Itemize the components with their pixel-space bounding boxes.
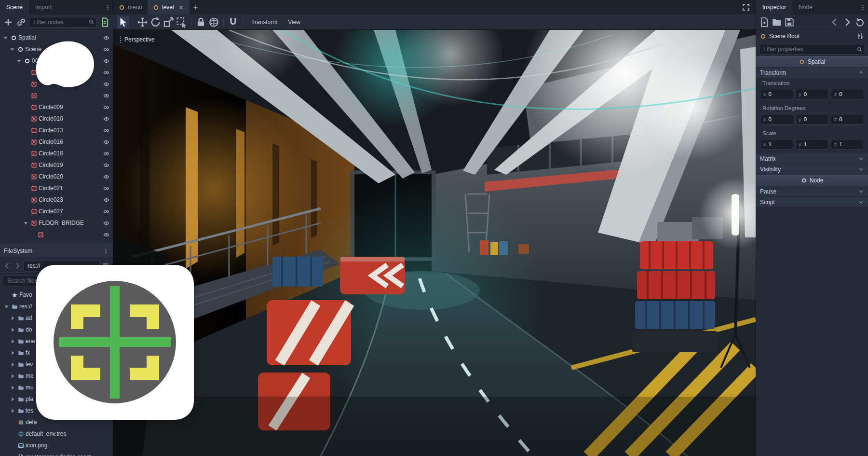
filter-nodes-input[interactable]: [29, 17, 97, 28]
rotate-tool-icon[interactable]: [149, 16, 162, 28]
expander-icon[interactable]: [9, 396, 16, 403]
fs-display-mode-icon[interactable]: [101, 262, 110, 270]
filesystem-item[interactable]: ad: [0, 312, 113, 324]
scene-tree[interactable]: SpatialScene00Circle009Circle010Circle01…: [0, 30, 113, 244]
scene-tree-item[interactable]: Scene: [0, 43, 113, 55]
translation-z-field[interactable]: z 0: [831, 89, 864, 99]
expander-icon[interactable]: [9, 349, 16, 357]
filesystem-header[interactable]: FileSystem: [0, 244, 113, 258]
visibility-eye-icon[interactable]: [103, 81, 109, 87]
section-script[interactable]: Script: [756, 197, 868, 207]
scale-x-field[interactable]: x 1: [760, 139, 793, 150]
expander-icon[interactable]: [9, 384, 16, 391]
node-tools-icon[interactable]: [856, 32, 864, 40]
visibility-eye-icon[interactable]: [103, 46, 109, 53]
scene-tab-menu[interactable]: menu: [113, 0, 148, 14]
view-menu[interactable]: View: [283, 16, 305, 28]
object-history-icon[interactable]: [854, 17, 865, 28]
visibility-eye-icon[interactable]: [103, 208, 109, 215]
scene-tree-item[interactable]: [0, 90, 113, 101]
fs-back-icon[interactable]: [3, 262, 12, 270]
visibility-eye-icon[interactable]: [103, 232, 109, 238]
filesystem-item[interactable]: reactorcorecylinder_react: [0, 451, 113, 456]
scene-tree-item[interactable]: 00: [0, 55, 113, 67]
instance-scene-button[interactable]: [16, 17, 27, 28]
visibility-eye-icon[interactable]: [103, 35, 109, 41]
group-node-icon[interactable]: [208, 16, 220, 28]
viewport-3d[interactable]: Perspective: [113, 30, 756, 456]
section-pause[interactable]: Pause: [756, 186, 868, 197]
filesystem-item[interactable]: Favo: [0, 289, 113, 301]
filesystem-item[interactable]: ene: [0, 335, 113, 347]
scene-tree-item[interactable]: Circle016: [0, 136, 113, 148]
scene-tree-item[interactable]: [0, 229, 113, 240]
scene-tree-item[interactable]: Circle010: [0, 113, 113, 124]
rotation-y-field[interactable]: y 0: [795, 114, 828, 124]
scale-z-field[interactable]: z 1: [831, 139, 864, 150]
scene-tree-item[interactable]: [0, 78, 113, 90]
scene-tree-item[interactable]: FLOOR_BRIDGE: [0, 217, 113, 229]
close-tab-icon[interactable]: [178, 4, 184, 11]
select-tool-icon[interactable]: [117, 16, 129, 28]
visibility-eye-icon[interactable]: [103, 185, 109, 192]
filesystem-item[interactable]: mu: [0, 382, 113, 393]
fs-forward-icon[interactable]: [13, 262, 22, 270]
attach-script-icon[interactable]: [99, 17, 110, 28]
tab-import[interactable]: Import: [29, 0, 58, 14]
distraction-free-mode-icon[interactable]: [742, 3, 750, 11]
new-resource-icon[interactable]: [759, 17, 770, 28]
inspector-menu-icon[interactable]: [860, 4, 866, 11]
section-visibility[interactable]: Visibility: [756, 164, 868, 175]
scene-tree-item[interactable]: Circle013: [0, 124, 113, 136]
filesystem-item[interactable]: lev: [0, 359, 113, 370]
expander-icon[interactable]: [9, 46, 16, 53]
fs-path-field[interactable]: res://: [23, 261, 100, 271]
lock-node-icon[interactable]: [195, 16, 207, 28]
filesystem-item[interactable]: me: [0, 370, 113, 382]
expander-icon[interactable]: [9, 361, 16, 368]
rotation-z-field[interactable]: z 0: [831, 114, 864, 124]
scene-tree-item[interactable]: [0, 67, 113, 78]
list-select-tool-icon[interactable]: [176, 16, 188, 28]
expander-icon[interactable]: [15, 57, 23, 65]
filesystem-item[interactable]: pla: [0, 393, 113, 405]
section-matrix[interactable]: Matrix: [756, 153, 868, 164]
move-tool-icon[interactable]: [136, 16, 149, 28]
history-forward-icon[interactable]: [842, 17, 853, 28]
filesystem-item[interactable]: do: [0, 324, 113, 335]
expander-icon[interactable]: [9, 326, 16, 333]
visibility-eye-icon[interactable]: [103, 151, 109, 157]
tab-scene[interactable]: Scene: [0, 0, 29, 14]
filesystem-item[interactable]: defa: [0, 416, 113, 428]
history-back-icon[interactable]: [829, 17, 840, 28]
add-node-button[interactable]: [3, 17, 14, 28]
expander-icon[interactable]: [3, 303, 10, 310]
expander-icon[interactable]: [2, 34, 9, 41]
scene-tab-level[interactable]: level: [148, 0, 190, 14]
visibility-eye-icon[interactable]: [103, 139, 109, 145]
visibility-eye-icon[interactable]: [103, 69, 109, 76]
tab-node[interactable]: Node: [792, 0, 819, 14]
filesystem-item[interactable]: icon.png: [0, 440, 113, 451]
expander-icon[interactable]: [22, 220, 29, 227]
scene-tree-item[interactable]: Circle019: [0, 159, 113, 171]
visibility-eye-icon[interactable]: [103, 197, 109, 203]
scene-tree-item[interactable]: Circle020: [0, 171, 113, 182]
visibility-eye-icon[interactable]: [103, 58, 109, 64]
filesystem-tree[interactable]: Favores://addoenefxlevmemuplatesdefadefa…: [0, 288, 113, 456]
translation-y-field[interactable]: y 0: [795, 89, 828, 99]
filesystem-item[interactable]: res://: [0, 301, 113, 312]
perspective-menu-button[interactable]: Perspective: [117, 34, 160, 45]
scene-tree-item[interactable]: Circle023: [0, 194, 113, 206]
visibility-eye-icon[interactable]: [103, 116, 109, 122]
expander-icon[interactable]: [9, 373, 16, 380]
section-transform[interactable]: Transform: [756, 68, 868, 78]
scene-root-row[interactable]: Scene Root: [756, 30, 868, 42]
visibility-eye-icon[interactable]: [103, 220, 109, 226]
filesystem-item[interactable]: default_env.tres: [0, 428, 113, 440]
visibility-eye-icon[interactable]: [103, 104, 109, 111]
scene-tree-item[interactable]: Circle021: [0, 182, 113, 194]
filesystem-item[interactable]: fx: [0, 347, 113, 359]
scene-tree-item[interactable]: Spatial: [0, 32, 113, 43]
transform-menu[interactable]: Transform: [246, 16, 282, 28]
